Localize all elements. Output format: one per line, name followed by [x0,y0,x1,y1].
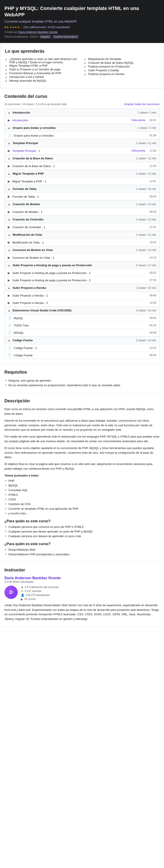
accordion-header[interactable]: ▲ Subir Proyecto a Heroku 2 clases • 22 … [5,284,159,292]
audience-subtitle: ¿Para quién es este curso? [4,542,160,546]
accordion-item: ▲ Formato de Tabla 1 clases • 10 min ▶ F… [4,185,160,200]
lecture-duration: 04:15 [149,324,156,327]
section-name: Migrar Template a PHP [12,172,134,175]
lecture-name: TODO Tree [14,324,147,327]
toggle-icon: ▲ [8,142,10,145]
learn-item: ✓Migrar Template HTML a PHP [5,64,80,68]
toggle-icon: ▲ [8,218,10,221]
accordion-header[interactable]: ▲ Creación de la Base de Datos 1 clases … [5,154,159,162]
lecture-type-icon: ▶ [8,241,10,244]
instructor-role: A Full-Stack Developer [4,580,160,583]
check-icon: ✓ [84,61,86,65]
accordion-header[interactable]: ▲ Consumo de Modelo en Vista 1 clases • … [5,246,159,254]
lecture-item: ▶ Migrar Template a PHP - 1 12:01 [5,178,159,185]
check-icon: ✓ [84,65,86,69]
learn-section: Lo que aprenderás ✓¿Quieres aprender a c… [0,43,164,89]
lecture-name: Código Fuente [14,354,147,357]
topic-item: y mucho más... [4,511,160,516]
section-meta: 2 clases • 17 min [136,264,156,267]
accordion-item: ▲ Código Fuente 2 clases • 14 min 📄 Códi… [4,336,160,359]
lecture-item: 📄 Código Fuente - 1 13:33 [5,344,159,351]
lecture-type-icon: ▶ [8,301,10,305]
lecture-name[interactable]: Template Principal - 1 [12,149,129,153]
course-subtitle: Convierte cualquier template HTML en una… [4,20,160,23]
accordion-header[interactable]: ▲ Grupos para dudas y consultas 1 clases… [5,124,159,132]
section-meta: 1 clases • 14 min [136,249,156,252]
accordion-body: ▶ Creación de Modelo - 1 09:30 [5,208,159,215]
instructor-section: Instructor Davis Anderson Bastidas Vicen… [0,562,164,627]
section-name: Código Fuente [12,339,134,342]
check-icon: ✓ [5,75,7,79]
section-name: Subir Proyecto a Heroku [12,286,134,289]
lecture-duration: 12:25 [149,301,156,304]
lecture-name: Formato de Tabla - 1 [12,195,147,198]
learn-item: ✓Subir Proyecto a Gaddy [84,69,159,72]
accordion-item: ▲ Extensiones Visual Studio Code (VSCODE… [4,306,160,336]
lecture-name[interactable]: Introducción [12,119,129,122]
instructor-link[interactable]: Davis Anderson Bastidas Vicente [19,31,58,34]
description-section: Descripción Este curso se enfoca en ense… [0,393,164,562]
reviews-icon: ✎ [21,590,23,593]
section-meta: 1 clases • 3 min [138,111,156,114]
lecture-type-icon: 📄 [8,134,11,137]
lecture-name: Modificación de Vista - 1 [12,241,147,244]
section-name: Consumo de Modelo en Vista [12,248,134,252]
accordion-header[interactable]: ▲ Formato de Tabla 1 clases • 10 min [5,185,159,193]
accordion-body: 📄 Código Fuente - 1 13:33 📄 Código Fuent… [5,344,159,359]
accordion-header[interactable]: ▲ Modificación de Vista 1 clases • 11 mi… [5,231,159,239]
lecture-item: ▶ Creación de Modelo - 1 09:30 [5,208,159,215]
learn-item: ✓Publicar proyecto en Heroku [84,72,159,76]
lecture-type-icon: 📄 [8,353,11,357]
accordion-header[interactable]: ▲ Creación de Modelo 1 clases • 10 min [5,200,159,208]
lecture-name: Subir Proyecto a Hosting de paga y puest… [12,279,147,282]
audience-list: Desarrolladores WebDesarrolladores PHP p… [4,547,160,557]
lecture-item: 📄 MySQL 09:56 [5,314,159,321]
content-title: Contenido del curso [4,94,160,99]
check-icon: ✓ [5,58,7,61]
toggle-icon: ▲ [8,264,10,267]
expand-all-link[interactable]: Ampliar todas las secciones [124,102,160,106]
lecture-name: Código Fuente - 1 [14,346,147,350]
section-meta: 2 clases • 22 min [136,286,156,289]
instructor-name[interactable]: Davis Anderson Bastidas Vicente [4,576,160,580]
learn-item: ✓Publicar proyecto en Producción [84,65,159,69]
rating-score: 4.4 [4,26,8,29]
accordion-header[interactable]: ▲ Subir Proyecto a Hosting de paga y pue… [5,261,159,269]
lecture-item: ▶ Consumo de Modelo en Vista - 1 14:10 [5,254,159,261]
learn-item: ✓¿Quieres aprender a crear un sitio web … [5,57,80,64]
preview-link[interactable]: Vista previa [131,119,145,122]
section-meta: 3 clases • 13 min [136,309,156,312]
accordion-header[interactable]: ▲ Template Principal 1 clases • 11 min [5,139,159,147]
instructor-row: Creado por Davis Anderson Bastidas Vicen… [4,30,160,34]
lecture-item: ▶ Creación de la Base de Datos - 1 11:20 [5,162,159,169]
accordion-body: ▶ Subir Proyecto a Heroku - 1 09:45 ▶ Su… [5,292,159,306]
lecture-type-icon: 📄 [8,331,11,334]
stars-icon: ★★★★☆ [10,26,22,29]
section-name: Modificación de Vista [12,233,134,236]
learn-grid: ✓¿Quieres aprender a crear un sitio web … [5,57,159,83]
accordion-body: ▶ Formato de Tabla - 1 09:45 [5,193,159,200]
section-meta: 1 clases • 12 min [136,172,156,175]
lecture-name: Creación de la Base de Datos - 1 [12,164,147,168]
accordion-header[interactable]: ▲ Extensiones Visual Studio Code (VSCODE… [5,307,159,314]
course-title: PHP y MYSQL: Convierte cualquier templat… [4,5,160,18]
description-paragraph: El curso tiene como objetivo ayudarte en… [4,446,160,460]
lecture-item: ▶ Subir Proyecto a Heroku - 1 09:45 [5,292,159,299]
section-name: Extensiones Visual Studio Code (VSCODE) [12,309,134,312]
accordion-header[interactable]: ▲ Migrar Template a PHP 1 clases • 12 mi… [5,170,159,178]
preview-link[interactable]: Vista previa [131,149,145,152]
section-meta: 1 clases • 12 min [136,218,156,221]
lecture-type-icon: ▶ [8,164,10,168]
lecture-name: Subir Proyecto a Hosting de paga y puest… [12,271,147,275]
lecture-name: Grupos para dudas y consultas [14,134,147,137]
accordion-item: ▲ Subir Proyecto a Hosting de paga y pue… [4,261,160,284]
lecture-type-icon: 📄 [8,316,11,320]
audience-item: Desarrolladores Web [4,547,160,552]
accordion-header[interactable]: ▲ Código Fuente 2 clases • 14 min [5,336,159,344]
accordion-header[interactable]: ▲ Creación de Controller 1 clases • 12 m… [5,216,159,223]
description-paragraph: Este curso se enfoca en enseñar como con… [4,407,160,416]
accordion-header[interactable]: ▲ Introducción 1 clases • 3 min [5,108,159,116]
language-badge-2: Español (Automático) [53,35,79,38]
toggle-icon: ▲ [8,286,10,289]
section-meta: 2 clases • 14 min [136,339,156,342]
